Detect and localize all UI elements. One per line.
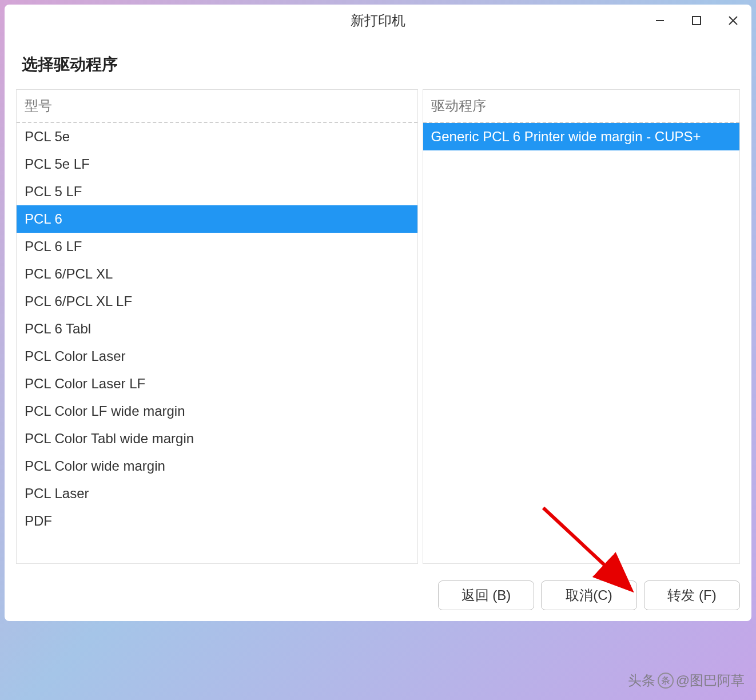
- model-list-item[interactable]: PCL Color wide margin: [17, 452, 417, 480]
- minimize-icon: [654, 15, 666, 26]
- model-list-item[interactable]: PCL Color Laser LF: [17, 370, 417, 397]
- forward-button[interactable]: 转发 (F): [644, 580, 740, 610]
- model-column-header: 型号: [17, 90, 417, 123]
- driver-list-panel: 驱动程序 Generic PCL 6 Printer wide margin -…: [423, 89, 740, 564]
- driver-list[interactable]: Generic PCL 6 Printer wide margin - CUPS…: [423, 123, 739, 563]
- model-list-item[interactable]: PCL 5e LF: [17, 150, 417, 178]
- footer: 返回 (B) 取消(C) 转发 (F): [5, 570, 751, 621]
- section-title: 选择驱动程序: [16, 54, 740, 75]
- model-list-item[interactable]: PCL 6 LF: [17, 233, 417, 260]
- model-list-item[interactable]: PCL 6 Tabl: [17, 315, 417, 343]
- model-list-item[interactable]: PCL 5 LF: [17, 178, 417, 205]
- close-button[interactable]: [725, 13, 741, 29]
- model-list-item[interactable]: PDF: [17, 507, 417, 535]
- model-list-item[interactable]: PCL Laser: [17, 480, 417, 507]
- model-list-item[interactable]: PCL Color Tabl wide margin: [17, 425, 417, 452]
- model-list-panel: 型号 PCL 5ePCL 5e LFPCL 5 LFPCL 6PCL 6 LFP…: [16, 89, 418, 564]
- model-list-item[interactable]: PCL 6: [17, 205, 417, 233]
- model-list-item[interactable]: PCL Color LF wide margin: [17, 397, 417, 425]
- watermark: 头条 条 @图巴阿草: [628, 671, 745, 690]
- model-list-item[interactable]: PCL 5e: [17, 123, 417, 150]
- model-list-item[interactable]: PCL Color Laser: [17, 343, 417, 370]
- model-list[interactable]: PCL 5ePCL 5e LFPCL 5 LFPCL 6PCL 6 LFPCL …: [17, 123, 417, 563]
- close-icon: [727, 15, 739, 26]
- window-controls: [652, 5, 741, 37]
- model-list-item[interactable]: PCL 6/PCL XL: [17, 260, 417, 288]
- watermark-icon: 条: [658, 673, 674, 689]
- maximize-button[interactable]: [689, 13, 705, 29]
- back-button[interactable]: 返回 (B): [438, 580, 534, 610]
- svg-rect-1: [693, 17, 701, 25]
- lists-container: 型号 PCL 5ePCL 5e LFPCL 5 LFPCL 6PCL 6 LFP…: [16, 89, 740, 564]
- window-title: 新打印机: [351, 11, 405, 30]
- content-area: 选择驱动程序 型号 PCL 5ePCL 5e LFPCL 5 LFPCL 6PC…: [5, 37, 751, 570]
- maximize-icon: [691, 15, 702, 26]
- driver-column-header: 驱动程序: [423, 90, 739, 123]
- watermark-text1: 头条: [628, 671, 655, 690]
- titlebar: 新打印机: [5, 5, 751, 37]
- model-list-item[interactable]: PCL 6/PCL XL LF: [17, 288, 417, 315]
- window: 新打印机 选择驱动程序 型号: [5, 5, 751, 621]
- driver-list-item[interactable]: Generic PCL 6 Printer wide margin - CUPS…: [423, 123, 739, 150]
- cancel-button[interactable]: 取消(C): [541, 580, 637, 610]
- watermark-text2: @图巴阿草: [676, 671, 745, 690]
- minimize-button[interactable]: [652, 13, 668, 29]
